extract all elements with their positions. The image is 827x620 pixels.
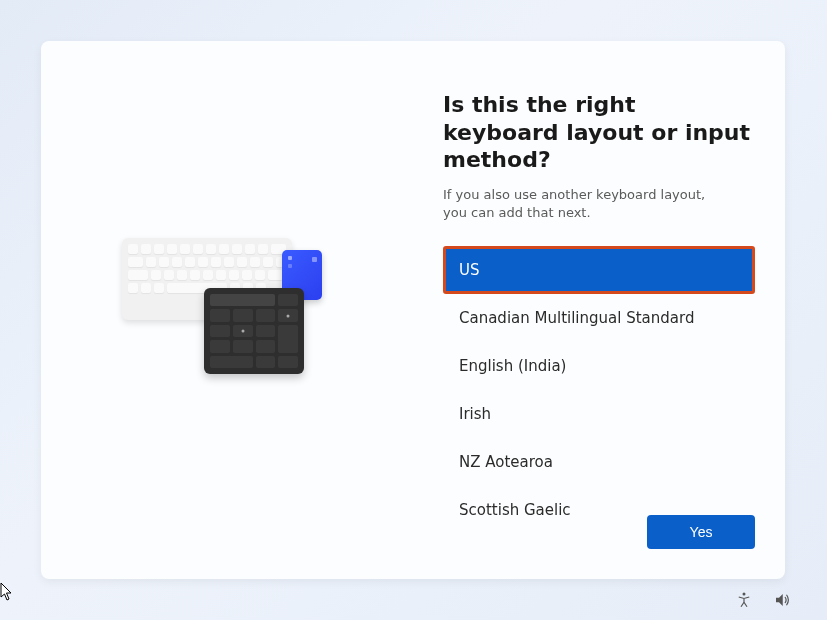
layout-label: Irish <box>459 405 491 423</box>
svg-point-0 <box>743 593 746 596</box>
keyboard-illustration <box>122 230 332 380</box>
layout-option-nz-aotearoa[interactable]: NZ Aotearoa <box>443 438 755 486</box>
layout-label: English (India) <box>459 357 566 375</box>
yes-button[interactable]: Yes <box>647 515 755 549</box>
illustration-pane <box>41 41 413 579</box>
page-title: Is this the right keyboard layout or inp… <box>443 91 755 174</box>
mouse-cursor-icon <box>0 582 14 602</box>
layout-option-us[interactable]: US <box>443 246 755 294</box>
layout-option-canadian-multilingual[interactable]: Canadian Multilingual Standard <box>443 294 755 342</box>
layout-option-scottish-gaelic[interactable]: Scottish Gaelic <box>443 486 755 516</box>
layout-option-english-india[interactable]: English (India) <box>443 342 755 390</box>
layout-option-irish[interactable]: Irish <box>443 390 755 438</box>
layout-label: US <box>459 261 480 279</box>
oobe-card: Is this the right keyboard layout or inp… <box>41 41 785 579</box>
numpad-icon <box>204 288 304 374</box>
keyboard-layout-list[interactable]: US Canadian Multilingual Standard Englis… <box>443 246 755 516</box>
layout-label: Scottish Gaelic <box>459 501 571 516</box>
layout-label: NZ Aotearoa <box>459 453 553 471</box>
accessibility-icon[interactable] <box>734 590 754 610</box>
volume-icon[interactable] <box>772 590 792 610</box>
layout-label: Canadian Multilingual Standard <box>459 309 694 327</box>
system-tray <box>734 590 792 610</box>
page-subtitle: If you also use another keyboard layout,… <box>443 186 733 222</box>
content-pane: Is this the right keyboard layout or inp… <box>413 41 785 579</box>
